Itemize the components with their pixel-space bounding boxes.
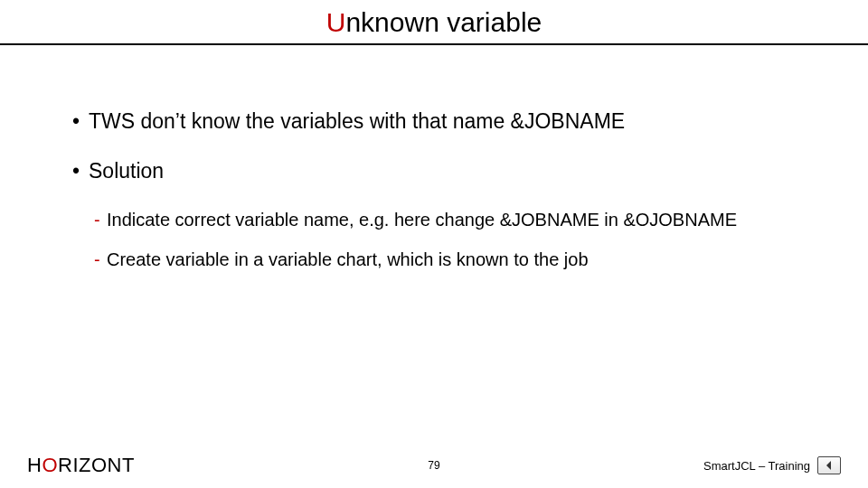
subbullet-indicate: Indicate correct variable name, e.g. her… [94, 208, 796, 231]
logo: HORIZONT [27, 454, 135, 477]
prev-button[interactable] [817, 456, 841, 474]
subbullet-create: Create variable in a variable chart, whi… [94, 248, 796, 271]
course-name: SmartJCL – Training [703, 459, 810, 473]
logo-accent: O [42, 454, 58, 476]
page-number: 79 [428, 459, 439, 472]
logo-post: RIZONT [58, 454, 135, 476]
logo-pre: H [27, 454, 42, 476]
chevron-left-icon [824, 460, 835, 471]
title-rest: nknown variable [345, 7, 542, 37]
slide-title: Unknown variable [0, 0, 868, 38]
slide-body: TWS don’t know the variables with that n… [0, 45, 868, 271]
title-accent: U [326, 7, 346, 37]
footer: HORIZONT 79 SmartJCL – Training [0, 454, 868, 477]
bullet-solution: Solution [72, 158, 796, 184]
bullet-tws: TWS don’t know the variables with that n… [72, 108, 796, 135]
svg-marker-0 [826, 461, 831, 470]
